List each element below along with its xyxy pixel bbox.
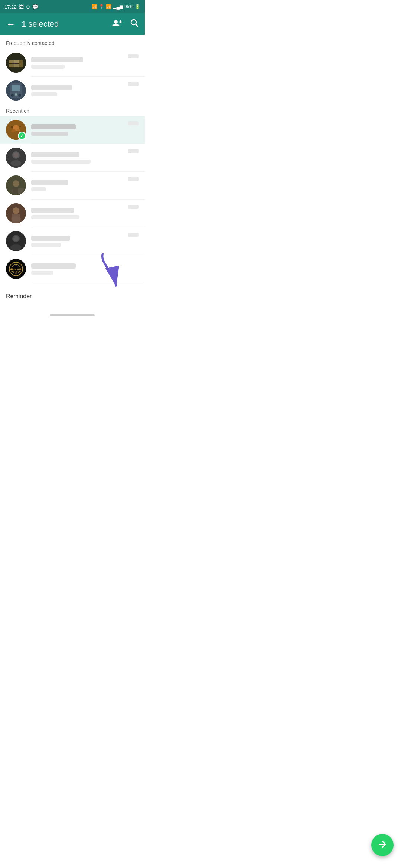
- battery-icon: 🔋: [135, 4, 140, 9]
- avatar-wrap-1: [6, 53, 26, 73]
- reminder-text: Reminder: [6, 293, 32, 300]
- content: Frequently contacted: [0, 35, 145, 310]
- contact-sub-8: [31, 271, 53, 275]
- avatar-wrap-7: [6, 231, 26, 251]
- contact-item-2[interactable]: [0, 77, 145, 104]
- contact-sub-7: [31, 243, 61, 247]
- sim-icon: 📶: [92, 4, 97, 9]
- avatar-1: [6, 53, 26, 73]
- contact-item-1[interactable]: [0, 49, 145, 76]
- avatar-6: [6, 203, 26, 223]
- avatar-2: [6, 80, 26, 101]
- recent-chats-header: Recent ch: [0, 104, 145, 116]
- contact-time-6: [128, 205, 139, 209]
- contact-name-1: [31, 57, 83, 62]
- avatar-5: [6, 175, 26, 195]
- contact-sub-3: [31, 132, 68, 136]
- svg-text:SHREE NAMO: SHREE NAMO: [10, 268, 22, 270]
- status-time: 17:22: [4, 4, 17, 10]
- bottom-pill: [50, 314, 95, 316]
- svg-rect-30: [13, 187, 19, 194]
- avatar-wrap-2: [6, 80, 26, 101]
- svg-point-14: [15, 93, 17, 96]
- contact-item-6[interactable]: [0, 200, 145, 227]
- contact-info-1: [31, 57, 128, 69]
- contact-info-5: [31, 180, 128, 191]
- contact-info-2: [31, 85, 128, 96]
- signal-icon: ▂▄▆: [113, 4, 123, 9]
- contact-item-4[interactable]: [0, 144, 145, 171]
- contact-time-5: [128, 177, 139, 181]
- contact-info-4: [31, 152, 128, 164]
- avatar-wrap-3: [6, 120, 26, 140]
- add-group-button[interactable]: [112, 19, 123, 29]
- svg-rect-10: [19, 60, 23, 67]
- search-button[interactable]: [130, 19, 139, 30]
- svg-text:ORNAMENTS: ORNAMENTS: [11, 271, 21, 273]
- message-icon: 💬: [32, 4, 38, 10]
- avatar-wrap-4: [6, 148, 26, 168]
- photo-icon: 🖼: [19, 4, 24, 10]
- contact-name-4: [31, 152, 79, 157]
- avatar-wrap-5: [6, 175, 26, 195]
- svg-rect-31: [18, 188, 24, 194]
- bottom-nav-bar: [0, 310, 145, 320]
- svg-point-28: [13, 180, 19, 187]
- svg-rect-7: [14, 60, 19, 63]
- battery-label: 95%: [124, 4, 133, 9]
- contact-sub-4: [31, 160, 91, 164]
- svg-point-22: [19, 126, 21, 127]
- contact-item-3[interactable]: [0, 116, 145, 144]
- avatar-wrap-8: SHREE NAMO ORNAMENTS: [6, 259, 26, 279]
- minus-icon: ⊖: [26, 4, 30, 10]
- frequently-contacted-header: Frequently contacted: [0, 35, 145, 49]
- contact-time-7: [128, 233, 139, 237]
- contact-sub-1: [31, 65, 65, 69]
- svg-point-21: [11, 126, 13, 128]
- app-bar-title: 1 selected: [22, 19, 106, 29]
- contact-info-8: [31, 263, 139, 275]
- contact-time-4: [128, 149, 139, 153]
- avatar-7: [6, 231, 26, 251]
- avatar-wrap-6: [6, 203, 26, 223]
- contact-sub-2: [31, 92, 57, 96]
- app-bar-actions: [112, 19, 139, 30]
- svg-point-15: [11, 94, 14, 97]
- status-left: 17:22 🖼 ⊖ 💬: [4, 4, 38, 10]
- contact-item-5[interactable]: [0, 172, 145, 199]
- svg-rect-9: [14, 64, 19, 67]
- svg-rect-8: [9, 64, 14, 67]
- contact-time-2: [128, 82, 139, 86]
- svg-point-33: [13, 207, 19, 214]
- svg-point-26: [13, 152, 19, 158]
- contact-item-7[interactable]: [0, 227, 145, 255]
- svg-point-25: [11, 160, 21, 166]
- back-button[interactable]: ←: [6, 19, 16, 29]
- location-icon: 📍: [99, 4, 104, 9]
- svg-rect-6: [9, 60, 14, 63]
- avatar-4: [6, 148, 26, 168]
- svg-line-4: [136, 24, 138, 27]
- avatar-8: SHREE NAMO ORNAMENTS: [6, 259, 26, 279]
- contact-info-6: [31, 208, 128, 219]
- contact-sub-5: [31, 187, 46, 191]
- contact-name-7: [31, 236, 70, 241]
- contact-name-3: [31, 124, 76, 129]
- svg-point-0: [114, 20, 118, 24]
- contact-time-1: [128, 54, 139, 58]
- reminder-row[interactable]: Reminder: [0, 283, 145, 310]
- svg-point-16: [18, 94, 21, 97]
- svg-point-39: [13, 236, 19, 241]
- wifi-icon: 📶: [106, 4, 111, 9]
- svg-point-3: [131, 20, 136, 25]
- svg-rect-35: [12, 214, 20, 223]
- svg-point-38: [10, 244, 22, 250]
- contact-name-2: [31, 85, 72, 90]
- contact-name-5: [31, 180, 68, 185]
- svg-rect-13: [12, 85, 20, 91]
- status-bar: 17:22 🖼 ⊖ 💬 📶 📍 📶 ▂▄▆ 95% 🔋: [0, 0, 145, 13]
- contact-sub-6: [31, 215, 79, 219]
- contact-info-3: [31, 124, 128, 136]
- contact-item-8[interactable]: SHREE NAMO ORNAMENTS: [0, 255, 145, 283]
- contact-time-3: [128, 121, 139, 125]
